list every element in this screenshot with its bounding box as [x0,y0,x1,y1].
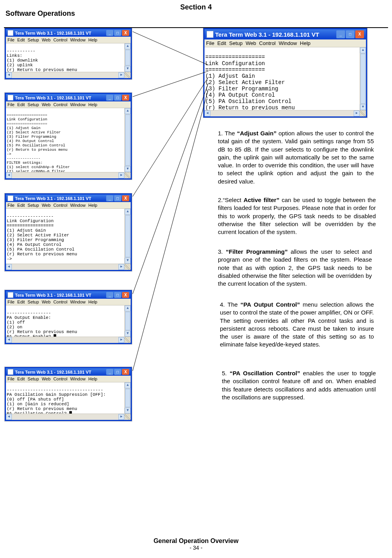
menu-file[interactable]: File [8,376,15,381]
scroll-thumb[interactable] [125,114,130,166]
scroll-down-icon[interactable]: ▼ [125,66,131,72]
resize-grip-icon[interactable] [124,337,131,343]
scroll-right-icon[interactable]: ► [354,110,360,116]
menu-control[interactable]: Control [53,376,67,381]
resize-grip-icon[interactable] [124,264,131,270]
maximize-button[interactable]: □ [114,30,121,36]
menu-web[interactable]: Web [42,37,51,42]
menu-edit[interactable]: Edit [17,300,25,304]
scroll-up-icon[interactable]: ▲ [125,43,131,49]
scrollbar-vertical[interactable]: ▲▼ [124,43,131,72]
menu-setup[interactable]: Setup [28,102,39,107]
menu-setup[interactable]: Setup [28,300,39,304]
scroll-up-icon[interactable]: ▲ [125,209,131,215]
scroll-right-icon[interactable]: ► [118,264,124,270]
menu-window[interactable]: Window [279,40,297,46]
menu-setup[interactable]: Setup [229,40,243,46]
menu-web[interactable]: Web [42,203,51,208]
scroll-left-icon[interactable]: ◄ [204,110,210,116]
menu-file[interactable]: File [8,300,15,304]
scroll-left-icon[interactable]: ◄ [6,414,12,420]
resize-grip-icon[interactable] [124,172,131,178]
scrollbar-vertical[interactable]: ▲▼ [124,305,131,337]
title-bar[interactable]: Tera Term Web 3.1 - 192.168.1.101 VT _ □… [6,195,131,202]
scroll-up-icon[interactable]: ▲ [125,382,131,388]
menu-edit[interactable]: Edit [17,102,25,107]
resize-grip-icon[interactable] [124,72,131,78]
menu-setup[interactable]: Setup [28,37,39,42]
close-button[interactable]: X [122,30,129,36]
close-button[interactable]: X [122,195,129,201]
menu-control[interactable]: Control [53,37,67,42]
terminal-body[interactable]: ------------------------------------- PA… [6,382,131,420]
scrollbar-horizontal[interactable]: ◄► [6,337,131,343]
title-bar[interactable]: Tera Term Web 3.1 - 192.168.1.101 VT _ □… [204,29,366,39]
scroll-up-icon[interactable]: ▲ [125,305,131,311]
scroll-thumb[interactable] [125,312,130,330]
minimize-button[interactable]: _ [336,30,345,38]
menu-edit[interactable]: Edit [218,40,226,46]
scroll-up-icon[interactable]: ▲ [125,108,131,114]
menu-help[interactable]: Help [88,203,98,208]
menu-edit[interactable]: Edit [17,37,25,42]
scrollbar-horizontal[interactable]: ◄► [6,414,131,420]
close-button[interactable]: X [122,369,129,375]
terminal-body[interactable]: ------------------ Link Configuration ==… [6,209,131,270]
minimize-button[interactable]: _ [106,30,113,36]
scroll-up-icon[interactable]: ▲ [360,47,366,53]
minimize-button[interactable]: _ [106,195,113,201]
scrollbar-horizontal[interactable]: ◄► [6,72,131,78]
scroll-right-icon[interactable]: ► [118,414,124,420]
scrollbar-vertical[interactable]: ▲▼ [124,382,131,414]
menu-control[interactable]: Control [259,40,276,46]
menu-web[interactable]: Web [42,102,51,107]
menu-control[interactable]: Control [53,300,67,304]
menu-help[interactable]: Help [300,40,311,46]
scroll-thumb[interactable] [125,215,130,257]
menu-bar[interactable]: File Edit Setup Web Control Window Help [204,39,366,47]
menu-window[interactable]: Window [70,37,86,42]
scroll-left-icon[interactable]: ◄ [6,264,12,270]
menu-help[interactable]: Help [88,37,98,42]
title-bar[interactable]: Tera Term Web 3.1 - 192.168.1.101 VT _ □… [6,94,131,101]
menu-help[interactable]: Help [88,300,98,304]
terminal-body[interactable]: ----------- Links: (1) downlink (2) upli… [6,43,131,78]
menu-edit[interactable]: Edit [17,203,25,208]
title-bar[interactable]: Tera Term Web 3.1 - 192.168.1.101 VT _ □… [6,29,131,37]
close-button[interactable]: X [122,95,129,101]
scroll-left-icon[interactable]: ◄ [6,72,12,78]
scroll-down-icon[interactable]: ▼ [360,104,366,110]
menu-help[interactable]: Help [88,102,98,107]
scrollbar-vertical[interactable]: ▲▼ [124,108,131,172]
terminal-body[interactable]: ----------------- PA Output Enable: (1) … [6,305,131,343]
scrollbar-vertical[interactable]: ▲▼ [124,209,131,264]
scroll-thumb[interactable] [360,54,366,104]
title-bar[interactable]: Tera Term Web 3.1 - 192.168.1.101 VT _ □… [6,368,131,376]
resize-grip-icon[interactable] [124,414,131,420]
menu-file[interactable]: File [8,203,15,208]
maximize-button[interactable]: □ [114,369,121,375]
title-bar[interactable]: Tera Term Web 3.1 - 192.168.1.101 VT _ □… [6,291,131,299]
menu-bar[interactable]: File Edit Setup Web Control Window Help [6,299,131,305]
menu-setup[interactable]: Setup [28,203,39,208]
menu-bar[interactable]: File Edit Setup Web Control Window Help [6,202,131,209]
scroll-left-icon[interactable]: ◄ [6,337,12,343]
minimize-button[interactable]: _ [106,292,113,298]
menu-web[interactable]: Web [42,300,51,304]
scroll-down-icon[interactable]: ▼ [125,408,131,414]
menu-window[interactable]: Window [70,203,86,208]
menu-window[interactable]: Window [70,300,86,304]
minimize-button[interactable]: _ [106,369,113,375]
menu-window[interactable]: Window [70,102,86,107]
menu-file[interactable]: File [8,37,15,42]
maximize-button[interactable]: □ [114,195,121,201]
menu-file[interactable]: File [206,40,214,46]
menu-bar[interactable]: File Edit Setup Web Control Window Help [6,376,131,382]
scrollbar-horizontal[interactable]: ◄► [6,264,131,270]
menu-edit[interactable]: Edit [17,376,25,381]
menu-control[interactable]: Control [53,102,67,107]
maximize-button[interactable]: □ [114,95,121,101]
scroll-right-icon[interactable]: ► [118,172,124,178]
scroll-thumb[interactable] [125,50,130,66]
scroll-down-icon[interactable]: ▼ [125,166,131,172]
